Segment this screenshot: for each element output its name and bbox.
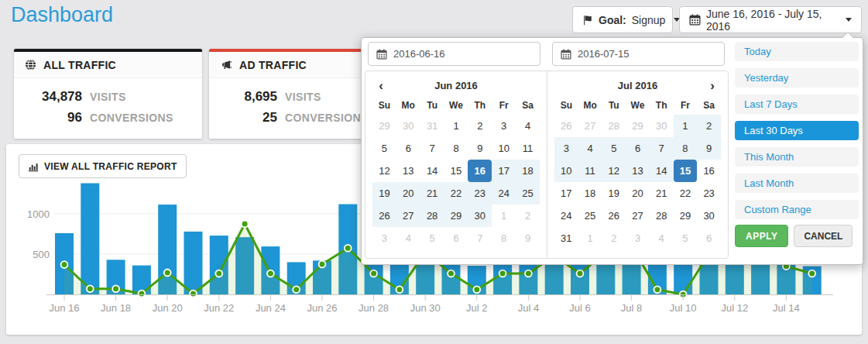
calendar-day[interactable]: 2 <box>468 115 492 137</box>
calendar-day[interactable]: 6 <box>444 227 468 249</box>
calendar-day[interactable]: 22 <box>674 182 698 205</box>
calendar-day[interactable]: 19 <box>602 182 626 205</box>
calendar-day[interactable]: 7 <box>420 137 444 160</box>
calendar-day[interactable]: 14 <box>420 160 444 182</box>
calendar-day[interactable]: 18 <box>578 182 602 205</box>
calendar-day[interactable]: 28 <box>650 205 674 227</box>
calendar-day[interactable]: 30 <box>396 115 420 137</box>
range-option-last-7-days[interactable]: Last 7 Days <box>735 95 859 114</box>
calendar-day[interactable]: 12 <box>602 160 626 182</box>
calendar-day[interactable]: 8 <box>492 227 516 249</box>
calendar-day[interactable]: 1 <box>674 115 698 137</box>
apply-button[interactable]: APPLY <box>735 225 788 247</box>
calendar-day[interactable]: 2 <box>602 227 626 249</box>
calendar-day[interactable]: 29 <box>444 205 468 227</box>
calendar-day[interactable]: 9 <box>697 137 721 160</box>
calendar-day[interactable]: 3 <box>372 227 396 249</box>
calendar-day[interactable]: 3 <box>492 115 516 137</box>
range-option-this-month[interactable]: This Month <box>735 147 859 167</box>
calendar-day[interactable]: 7 <box>468 227 492 249</box>
range-option-yesterday[interactable]: Yesterday <box>735 68 859 88</box>
cancel-button[interactable]: CANCEL <box>794 225 853 247</box>
calendar-day[interactable]: 5 <box>602 137 626 160</box>
calendar-day-selected[interactable]: 16 <box>468 160 492 182</box>
calendar-day[interactable]: 11 <box>516 137 540 160</box>
calendar-day[interactable]: 12 <box>372 160 396 182</box>
range-option-today[interactable]: Today <box>735 42 859 61</box>
calendar-day[interactable]: 1 <box>492 205 516 227</box>
calendar-day[interactable]: 31 <box>420 115 444 137</box>
calendar-day[interactable]: 17 <box>554 182 578 205</box>
range-option-custom-range[interactable]: Custom Range <box>735 200 859 219</box>
calendar-day[interactable]: 13 <box>626 160 650 182</box>
prev-month-button[interactable]: ‹ <box>372 76 389 96</box>
calendar-day[interactable]: 9 <box>516 227 540 249</box>
calendar-day[interactable]: 15 <box>444 160 468 182</box>
calendar-day[interactable]: 9 <box>468 137 492 160</box>
calendar-day[interactable]: 6 <box>697 227 721 249</box>
range-option-last-month[interactable]: Last Month <box>735 174 859 193</box>
calendar-day[interactable]: 6 <box>626 137 650 160</box>
calendar-day[interactable]: 29 <box>372 115 396 137</box>
calendar-day[interactable]: 29 <box>626 115 650 137</box>
calendar-day[interactable]: 1 <box>444 115 468 137</box>
calendar-day[interactable]: 14 <box>650 160 674 182</box>
calendar-day-selected[interactable]: 15 <box>674 160 698 182</box>
calendar-day[interactable]: 4 <box>396 227 420 249</box>
calendar-day[interactable]: 27 <box>578 115 602 137</box>
calendar-day[interactable]: 30 <box>697 205 721 227</box>
calendar-day[interactable]: 1 <box>578 227 602 249</box>
view-all-traffic-report-button[interactable]: VIEW ALL TRAFFIC REPORT <box>19 154 187 178</box>
calendar-day[interactable]: 4 <box>516 115 540 137</box>
calendar-day[interactable]: 8 <box>444 137 468 160</box>
calendar-day[interactable]: 31 <box>554 227 578 249</box>
start-date-input[interactable]: 2016-06-16 <box>368 42 540 66</box>
calendar-day[interactable]: 23 <box>697 182 721 205</box>
calendar-day[interactable]: 22 <box>444 182 468 205</box>
calendar-day[interactable]: 13 <box>396 160 420 182</box>
calendar-day[interactable]: 2 <box>516 205 540 227</box>
calendar-day[interactable]: 8 <box>674 137 698 160</box>
calendar-day[interactable]: 20 <box>396 182 420 205</box>
range-option-last-30-days[interactable]: Last 30 Days <box>735 121 859 140</box>
calendar-day[interactable]: 19 <box>372 182 396 205</box>
calendar-day[interactable]: 3 <box>626 227 650 249</box>
calendar-day[interactable]: 4 <box>578 137 602 160</box>
calendar-day[interactable]: 30 <box>468 205 492 227</box>
calendar-day[interactable]: 23 <box>468 182 492 205</box>
calendar-day[interactable]: 21 <box>420 182 444 205</box>
calendar-day[interactable]: 5 <box>372 137 396 160</box>
end-date-input[interactable]: 2016-07-15 <box>552 42 725 66</box>
calendar-day[interactable]: 2 <box>697 115 721 137</box>
calendar-day[interactable]: 11 <box>578 160 602 182</box>
calendar-day[interactable]: 20 <box>626 182 650 205</box>
calendar-day[interactable]: 5 <box>420 227 444 249</box>
date-range-button[interactable]: June 16, 2016 - July 15, 2016 <box>679 6 862 33</box>
calendar-day[interactable]: 3 <box>554 137 578 160</box>
calendar-day[interactable]: 6 <box>396 137 420 160</box>
calendar-day[interactable]: 16 <box>697 160 721 182</box>
calendar-day[interactable]: 21 <box>650 182 674 205</box>
calendar-day[interactable]: 4 <box>650 227 674 249</box>
calendar-day[interactable]: 7 <box>650 137 674 160</box>
calendar-day[interactable]: 30 <box>650 115 674 137</box>
calendar-day[interactable]: 18 <box>516 160 540 182</box>
calendar-day[interactable]: 27 <box>396 205 420 227</box>
calendar-day[interactable]: 27 <box>626 205 650 227</box>
calendar-day[interactable]: 25 <box>578 205 602 227</box>
calendar-day[interactable]: 24 <box>554 205 578 227</box>
calendar-day[interactable]: 25 <box>516 182 540 205</box>
calendar-day[interactable]: 10 <box>492 137 516 160</box>
calendar-day[interactable]: 17 <box>492 160 516 182</box>
calendar-day[interactable]: 29 <box>674 205 698 227</box>
calendar-day[interactable]: 26 <box>372 205 396 227</box>
calendar-day[interactable]: 10 <box>554 160 578 182</box>
calendar-day[interactable]: 24 <box>492 182 516 205</box>
calendar-day[interactable]: 28 <box>602 115 626 137</box>
next-month-button[interactable]: › <box>704 76 721 96</box>
calendar-day[interactable]: 28 <box>420 205 444 227</box>
calendar-day[interactable]: 26 <box>554 115 578 137</box>
calendar-day[interactable]: 26 <box>602 205 626 227</box>
goal-selector-button[interactable]: Goal: Signup <box>572 6 673 33</box>
calendar-day[interactable]: 5 <box>674 227 698 249</box>
